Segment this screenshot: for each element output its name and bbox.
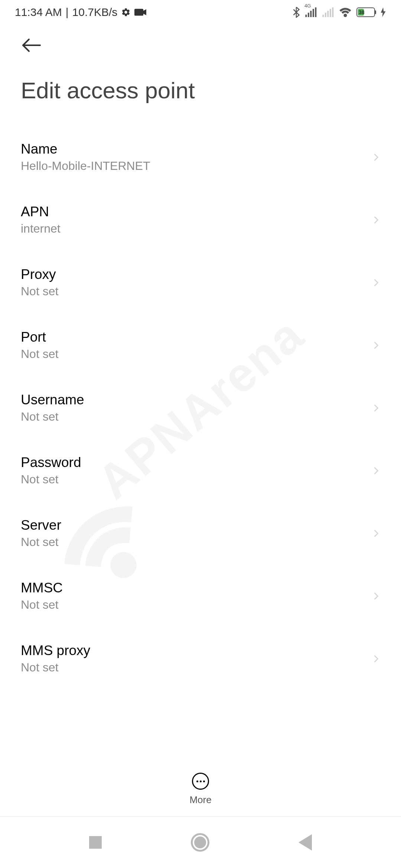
more-icon	[192, 773, 209, 790]
nav-home-button[interactable]	[176, 826, 224, 859]
setting-value: Not set	[21, 347, 58, 361]
setting-label: Name	[21, 141, 150, 157]
svg-rect-8	[327, 11, 329, 17]
svg-rect-3	[310, 11, 312, 17]
svg-rect-6	[322, 15, 324, 17]
setting-value: Not set	[21, 473, 81, 486]
setting-value: internet	[21, 222, 61, 236]
setting-mms-proxy[interactable]: MMS proxy Not set	[21, 627, 380, 690]
back-button[interactable]	[21, 38, 42, 59]
chevron-right-icon	[372, 279, 380, 287]
bluetooth-icon	[293, 7, 300, 18]
setting-mmsc[interactable]: MMSC Not set	[21, 565, 380, 627]
setting-value: Not set	[21, 661, 90, 674]
svg-rect-1	[305, 15, 307, 17]
svg-rect-7	[325, 13, 326, 17]
setting-username[interactable]: Username Not set	[21, 377, 380, 439]
setting-apn[interactable]: APN internet	[21, 188, 380, 251]
chevron-right-icon	[372, 216, 380, 224]
charging-icon	[380, 7, 386, 17]
setting-label: Server	[21, 517, 61, 533]
bottom-action-bar: More	[0, 773, 401, 806]
setting-value: Hello-Mobile-INTERNET	[21, 159, 150, 173]
circle-icon	[191, 833, 209, 852]
back-button-container	[0, 23, 401, 70]
status-divider: |	[66, 6, 69, 19]
setting-label: Proxy	[21, 267, 58, 282]
chevron-right-icon	[372, 404, 380, 412]
wifi-icon	[339, 7, 351, 17]
chevron-right-icon	[372, 592, 380, 600]
setting-value: Not set	[21, 410, 84, 424]
setting-label: APN	[21, 204, 61, 220]
nav-back-button[interactable]	[284, 827, 327, 858]
setting-server[interactable]: Server Not set	[21, 502, 380, 565]
triangle-icon	[299, 834, 312, 851]
status-speed: 10.7KB/s	[72, 6, 118, 19]
setting-label: MMS proxy	[21, 643, 90, 658]
setting-value: Not set	[21, 535, 61, 549]
status-bar: 11:34 AM | 10.7KB/s 4G ✕ 38	[0, 0, 401, 23]
setting-label: Username	[21, 392, 84, 408]
chevron-right-icon	[372, 341, 380, 349]
square-icon	[89, 836, 102, 849]
chevron-right-icon	[372, 153, 380, 161]
settings-icon	[121, 7, 131, 17]
signal-no-sim-icon: ✕	[322, 7, 334, 17]
svg-rect-2	[308, 13, 309, 17]
svg-rect-4	[313, 9, 314, 17]
status-left: 11:34 AM | 10.7KB/s	[15, 6, 146, 19]
signal-4g-icon: 4G	[305, 7, 317, 17]
page-title: Edit access point	[0, 70, 401, 126]
chevron-right-icon	[372, 529, 380, 537]
status-time: 11:34 AM	[15, 6, 62, 19]
camera-icon	[134, 8, 146, 17]
battery-icon: 38	[356, 7, 375, 17]
chevron-right-icon	[372, 655, 380, 663]
svg-rect-5	[315, 7, 316, 17]
status-right: 4G ✕ 38	[293, 7, 386, 18]
setting-label: Port	[21, 329, 58, 345]
setting-label: MMSC	[21, 580, 63, 596]
setting-name[interactable]: Name Hello-Mobile-INTERNET	[21, 126, 380, 188]
setting-proxy[interactable]: Proxy Not set	[21, 251, 380, 314]
more-label: More	[189, 794, 211, 806]
chevron-right-icon	[372, 467, 380, 475]
setting-value: Not set	[21, 285, 58, 298]
setting-label: Password	[21, 455, 81, 470]
navigation-bar	[0, 816, 401, 868]
svg-rect-0	[134, 9, 143, 16]
nav-recent-button[interactable]	[74, 829, 117, 856]
setting-port[interactable]: Port Not set	[21, 314, 380, 377]
more-button[interactable]: More	[189, 773, 211, 806]
setting-value: Not set	[21, 598, 63, 612]
svg-text:✕: ✕	[331, 16, 334, 17]
settings-list: APNArena Name Hello-Mobile-INTERNET APN …	[0, 126, 401, 690]
setting-password[interactable]: Password Not set	[21, 439, 380, 502]
